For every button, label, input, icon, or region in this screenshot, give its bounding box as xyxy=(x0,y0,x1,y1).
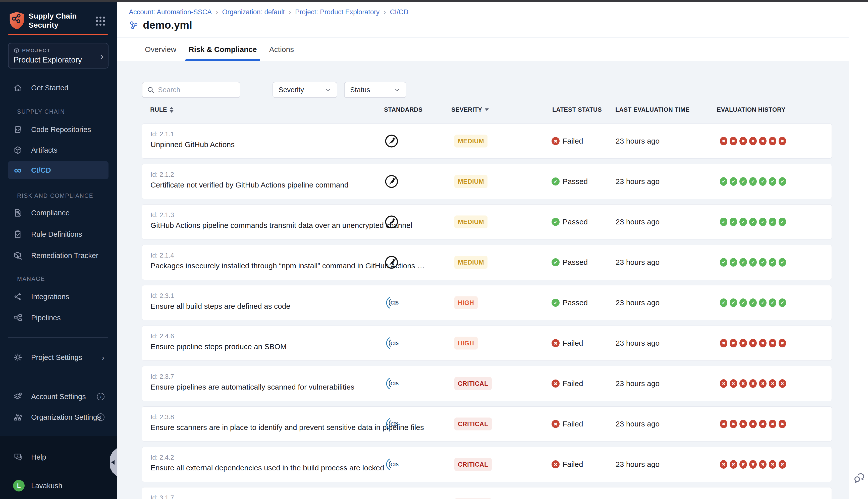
table-row[interactable]: Id: 2.3.8 Ensure scanners are in place t… xyxy=(142,406,832,441)
column-header-severity[interactable]: SEVERITY xyxy=(451,106,489,113)
info-icon[interactable]: i xyxy=(97,393,105,400)
passed-icon: ✔ xyxy=(552,299,559,307)
chevron-down-icon xyxy=(394,87,400,93)
history-pass-icon: ✔ xyxy=(730,299,737,307)
sidebar-item-remediation-tracker[interactable]: Remediation Tracker xyxy=(8,246,108,265)
passed-icon: ✔ xyxy=(552,218,559,226)
chevron-separator-icon: › xyxy=(289,8,291,16)
severity-filter-label: Severity xyxy=(278,86,304,94)
sidebar-item-cicd[interactable]: ∞ CI/CD xyxy=(8,161,108,179)
evaluation-time: 23 hours ago xyxy=(616,379,660,388)
sidebar-item-user[interactable]: L Lavakush xyxy=(8,477,108,495)
severity-badge: CRITICAL xyxy=(454,377,492,390)
content: Severity Status RULE STANDARDS SEVERITY xyxy=(117,61,849,499)
table-row[interactable]: Id: 2.1.2 Certificate not verified by Gi… xyxy=(142,164,832,199)
failed-icon: ✖ xyxy=(552,137,559,145)
breadcrumb-project-link[interactable]: Project: Product Exploratory xyxy=(295,8,379,16)
tab-risk-compliance[interactable]: Risk & Compliance xyxy=(185,38,260,61)
sidebar-item-rule-definitions[interactable]: Rule Definitions xyxy=(8,225,108,243)
sidebar-item-compliance[interactable]: Compliance xyxy=(8,204,108,222)
history-fail-icon: ✖ xyxy=(730,137,737,145)
column-header-standards: STANDARDS xyxy=(384,106,422,113)
rule-name: Ensure all build steps are defined as co… xyxy=(150,302,290,311)
latest-status: ✔ Passed xyxy=(552,218,588,226)
history-fail-icon: ✖ xyxy=(720,339,727,348)
gear-icon xyxy=(13,353,23,362)
history-fail-icon: ✖ xyxy=(749,137,757,145)
history-fail-icon: ✖ xyxy=(749,379,757,388)
table-row[interactable]: Id: 3.1.7 CIS CRITICAL ✖ Failed 23 hours… xyxy=(142,487,832,499)
table-row[interactable]: Id: 2.4.6 Ensure pipeline steps produce … xyxy=(142,326,832,361)
sidebar-item-code-repositories[interactable]: Code Repositories xyxy=(8,121,108,138)
table-row[interactable]: Id: 2.3.7 Ensure pipelines are automatic… xyxy=(142,366,832,401)
history-fail-icon: ✖ xyxy=(779,460,786,468)
rule-id: Id: 2.1.2 xyxy=(150,171,174,179)
status-text: Failed xyxy=(563,460,583,468)
history-pass-icon: ✔ xyxy=(779,299,786,307)
avatar: L xyxy=(13,480,25,491)
rule-id: Id: 2.3.8 xyxy=(150,413,174,421)
sort-icon xyxy=(170,107,173,113)
rule-name: Ensure scanners are in place to identify… xyxy=(150,423,424,432)
history-fail-icon: ✖ xyxy=(749,420,757,428)
history-pass-icon: ✔ xyxy=(769,177,776,186)
severity-badge: MEDIUM xyxy=(454,135,487,148)
history-pass-icon: ✔ xyxy=(720,177,727,186)
status-text: Failed xyxy=(563,379,583,388)
history-pass-icon: ✔ xyxy=(730,258,737,267)
latest-status: ✖ Failed xyxy=(552,137,583,145)
owasp-standard-icon xyxy=(385,215,399,229)
history-pass-icon: ✔ xyxy=(779,177,786,186)
sidebar-item-pipelines[interactable]: Pipelines xyxy=(8,309,108,327)
status-filter[interactable]: Status xyxy=(344,82,406,98)
table-row[interactable]: Id: 2.1.3 GitHub Actions pipeline comman… xyxy=(142,204,832,240)
table-row[interactable]: Id: 2.1.4 Packages insecurely installed … xyxy=(142,245,832,280)
history-fail-icon: ✖ xyxy=(739,379,747,388)
sidebar-item-account-settings[interactable]: Account Settings i xyxy=(8,388,108,406)
tab-overview[interactable]: Overview xyxy=(145,38,176,61)
sidebar-item-help[interactable]: ? Help xyxy=(8,448,108,466)
project-label: PROJECT xyxy=(22,47,50,53)
project-selector[interactable]: PROJECT Product Exploratory › xyxy=(8,43,108,69)
module-grid-icon[interactable] xyxy=(96,16,105,26)
sidebar-item-project-settings[interactable]: Project Settings › xyxy=(8,349,108,366)
severity-badge: HIGH xyxy=(454,337,478,350)
evaluation-history: ✔✔✔✔✔✔✔ xyxy=(720,218,786,226)
history-fail-icon: ✖ xyxy=(769,137,776,145)
home-icon xyxy=(13,83,23,93)
sidebar-item-label: Artifacts xyxy=(31,146,58,154)
severity-badge: MEDIUM xyxy=(454,216,487,228)
table-row[interactable]: Id: 2.4.2 Ensure all external dependenci… xyxy=(142,447,832,482)
column-header-rule[interactable]: RULE xyxy=(150,106,173,113)
history-pass-icon: ✔ xyxy=(720,299,727,307)
rule-name: Packages insecurely installed through “n… xyxy=(150,261,425,270)
passed-icon: ✔ xyxy=(552,258,559,266)
cis-standard-icon: CIS xyxy=(385,498,399,499)
clipboard-check-icon xyxy=(13,229,23,239)
cis-standard-icon: CIS xyxy=(385,457,399,471)
history-fail-icon: ✖ xyxy=(720,420,727,428)
rule-id: Id: 2.4.6 xyxy=(150,332,174,340)
project-name: Product Exploratory xyxy=(14,56,103,64)
rule-name: Certificate not verified by GitHub Actio… xyxy=(150,181,349,189)
sidebar-item-integrations[interactable]: Integrations xyxy=(8,288,108,306)
history-pass-icon: ✔ xyxy=(759,218,767,226)
info-icon[interactable]: i xyxy=(97,413,105,421)
table-row[interactable]: Id: 2.1.1 Unpinned GitHub Actions MEDIUM… xyxy=(142,123,832,159)
rule-id: Id: 2.3.1 xyxy=(150,292,174,300)
table-row[interactable]: Id: 2.3.1 Ensure all build steps are def… xyxy=(142,285,832,320)
breadcrumb-organization-link[interactable]: Organization: default xyxy=(222,8,285,16)
chat-bubbles-icon[interactable] xyxy=(853,472,865,485)
sidebar-item-get-started[interactable]: Get Started xyxy=(8,79,108,97)
tab-actions[interactable]: Actions xyxy=(269,38,294,61)
sidebar-section-manage: MANAGE xyxy=(17,276,45,282)
sidebar-item-organization-settings[interactable]: Organization Settings i xyxy=(8,408,108,426)
history-fail-icon: ✖ xyxy=(730,379,737,388)
severity-filter[interactable]: Severity xyxy=(273,82,337,98)
sidebar-item-artifacts[interactable]: Artifacts xyxy=(8,141,108,159)
breadcrumb-account-link[interactable]: Account: Automation-SSCA xyxy=(129,8,212,16)
search-input[interactable] xyxy=(158,86,233,94)
breadcrumb-cicd-link[interactable]: CI/CD xyxy=(390,8,408,16)
pipeline-icon xyxy=(129,20,139,30)
browser-chrome-bar xyxy=(0,0,868,2)
